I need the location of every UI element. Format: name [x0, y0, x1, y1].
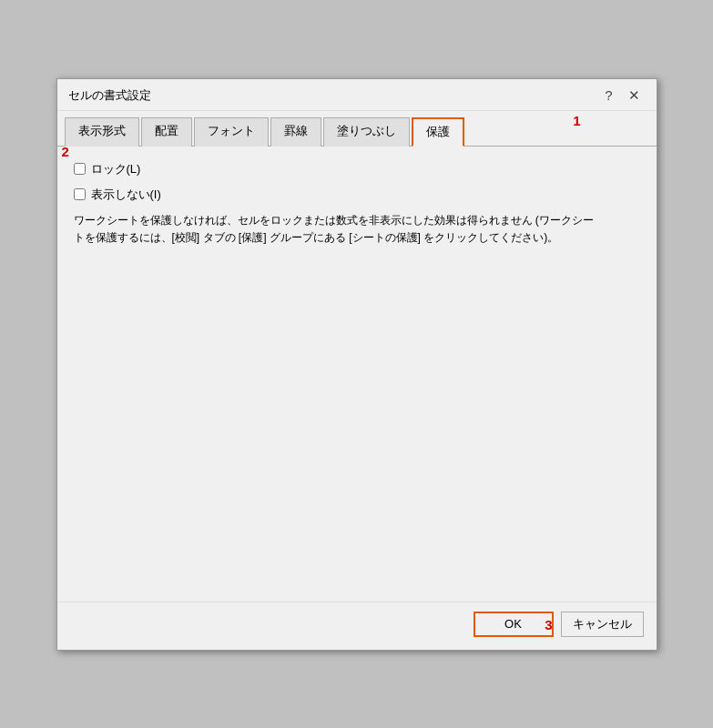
tab-alignment[interactable]: 配置	[141, 117, 192, 147]
hidden-label[interactable]: 表示しない(I)	[91, 187, 161, 203]
annotation-1: 1	[573, 113, 580, 128]
button-bar: OK キャンセル	[57, 602, 657, 650]
close-button[interactable]: ✕	[624, 86, 646, 105]
hidden-checkbox[interactable]	[74, 188, 86, 200]
tab-bar: 表示形式 配置 フォント 罫線 塗りつぶし 保護	[57, 111, 657, 147]
tab-fill[interactable]: 塗りつぶし	[323, 117, 410, 147]
lock-label[interactable]: ロック(L)	[91, 161, 141, 177]
annotation-3: 3	[545, 617, 552, 632]
cancel-button[interactable]: キャンセル	[561, 612, 644, 637]
tab-font[interactable]: フォント	[194, 117, 269, 147]
tab-protection[interactable]: 保護	[412, 117, 464, 147]
tab-border[interactable]: 罫線	[270, 117, 321, 147]
content-area: ロック(L) 表示しない(I) ワークシートを保護しなければ、セルをロックまたは…	[57, 147, 657, 602]
title-bar-buttons: ? ✕	[598, 86, 646, 105]
help-button[interactable]: ?	[598, 86, 620, 105]
dialog-wrapper: 1 2 3 セルの書式設定 ? ✕ 表示形式 配置 フォント 罫線	[56, 78, 657, 651]
tab-display-format[interactable]: 表示形式	[65, 117, 139, 147]
lock-checkbox-row: ロック(L)	[74, 161, 640, 177]
annotation-2: 2	[62, 144, 69, 159]
ok-button[interactable]: OK	[474, 612, 554, 637]
lock-checkbox[interactable]	[74, 163, 86, 175]
title-bar: セルの書式設定 ? ✕	[57, 79, 657, 111]
hidden-checkbox-row: 表示しない(I)	[74, 187, 640, 203]
description-text: ワークシートを保護しなければ、セルをロックまたは数式を非表示にした効果は得られま…	[74, 212, 602, 247]
format-cells-dialog: セルの書式設定 ? ✕ 表示形式 配置 フォント 罫線 塗りつぶし	[56, 78, 657, 651]
dialog-title: セルの書式設定	[68, 87, 151, 104]
